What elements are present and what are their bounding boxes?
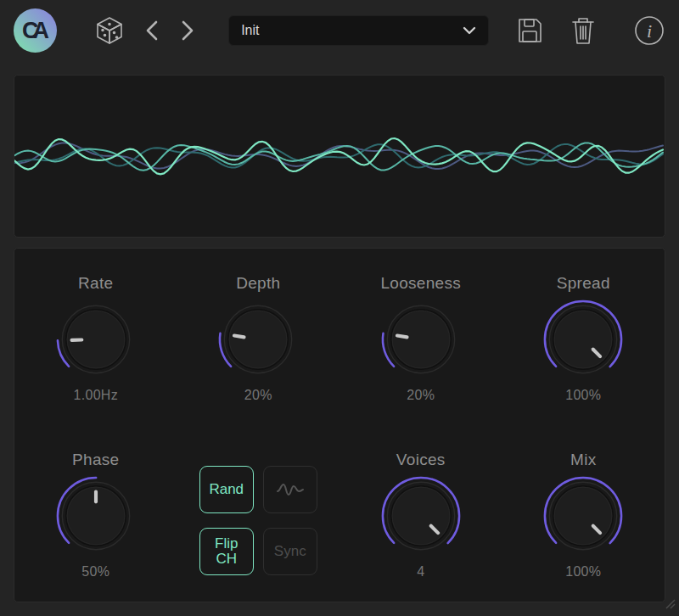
spread-value: 100%: [565, 388, 601, 403]
flip-channels-button[interactable]: Flip CH: [199, 528, 254, 575]
logo-text: CA: [22, 18, 43, 44]
floppy-save-icon: [514, 15, 545, 46]
mix-label: Mix: [570, 451, 596, 473]
randomize-dice-button[interactable]: [96, 16, 123, 45]
mode-buttons: Rand Flip CH Sync: [177, 451, 340, 590]
rate-label: Rate: [78, 274, 113, 296]
knob-graphic: [542, 474, 625, 557]
knob-graphic: [216, 298, 300, 381]
trash-icon: [570, 15, 596, 46]
knob-graphic: [54, 298, 137, 381]
waveform-svg: [14, 76, 665, 237]
knob-graphic: [379, 298, 463, 381]
mix-knob[interactable]: [542, 474, 625, 557]
knob-graphic: [379, 474, 463, 557]
waveform-icon: [276, 481, 305, 498]
info-icon: i: [633, 14, 665, 47]
rand-toggle-button[interactable]: Rand: [199, 466, 254, 513]
preset-dropdown[interactable]: Init: [228, 15, 489, 46]
depth-knob[interactable]: [216, 298, 300, 381]
spread-label: Spread: [557, 274, 610, 296]
mode-button-grid: Rand Flip CH Sync: [199, 466, 317, 575]
phase-control: Phase 50%: [14, 451, 177, 590]
voices-value: 4: [417, 564, 424, 580]
rate-knob[interactable]: [54, 298, 137, 381]
flip-label-line1: Flip: [215, 536, 238, 552]
top-toolbar: CA Init: [0, 0, 679, 61]
knob-graphic: [542, 298, 625, 381]
app-logo[interactable]: CA: [14, 8, 57, 53]
mix-control: Mix 100%: [502, 451, 665, 590]
rate-value: 1.00Hz: [74, 388, 119, 403]
window-resize-grip[interactable]: [663, 596, 676, 613]
lfo-shape-button[interactable]: [263, 466, 317, 513]
svg-text:i: i: [647, 20, 652, 42]
mix-value: 100%: [565, 564, 601, 580]
info-button[interactable]: i: [633, 14, 665, 47]
spread-knob[interactable]: [542, 298, 625, 381]
phase-label: Phase: [72, 451, 119, 473]
knob-graphic: [54, 474, 137, 557]
looseness-knob[interactable]: [379, 298, 463, 381]
rate-control: Rate 1.00Hz: [14, 274, 177, 413]
chevron-down-icon: [463, 26, 476, 35]
knob-row-1: Rate 1.00Hz Depth: [14, 274, 665, 413]
spread-control: Spread 100%: [502, 274, 665, 413]
depth-label: Depth: [236, 274, 280, 296]
voices-control: Voices 4: [340, 451, 502, 590]
knob-row-2: Phase 50% Rand: [14, 451, 665, 590]
dice-icon: [96, 16, 123, 45]
voices-label: Voices: [396, 451, 446, 473]
voices-knob[interactable]: [379, 474, 463, 557]
sync-toggle-button[interactable]: Sync: [263, 528, 317, 575]
controls-panel: Rate 1.00Hz Depth: [14, 248, 665, 602]
sync-label: Sync: [274, 544, 306, 559]
looseness-value: 20%: [407, 388, 435, 403]
save-preset-button[interactable]: [514, 15, 545, 46]
resize-grip-icon: [663, 596, 676, 610]
looseness-label: Looseness: [380, 274, 461, 296]
chevron-left-icon: [145, 20, 159, 42]
preset-name: Init: [241, 23, 463, 38]
phase-knob[interactable]: [54, 474, 137, 557]
chevron-right-icon: [181, 20, 194, 42]
looseness-control: Looseness 20%: [340, 274, 502, 413]
rand-label: Rand: [209, 482, 244, 497]
depth-control: Depth 20%: [177, 274, 340, 413]
phase-value: 50%: [81, 564, 109, 580]
next-preset-button[interactable]: [181, 20, 194, 42]
flip-label-line2: CH: [216, 552, 237, 567]
prev-preset-button[interactable]: [145, 20, 159, 42]
depth-value: 20%: [244, 388, 272, 403]
delete-preset-button[interactable]: [570, 15, 596, 46]
lfo-waveform-display: [14, 75, 665, 238]
